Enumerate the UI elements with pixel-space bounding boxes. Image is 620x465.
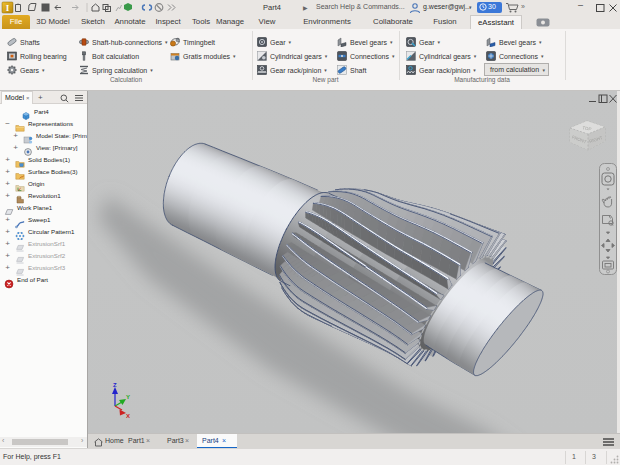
- svg-text:Y: Y: [126, 394, 130, 400]
- svg-text:X: X: [126, 413, 130, 419]
- svg-text:Z: Z: [113, 382, 117, 388]
- svg-text:I: I: [6, 3, 10, 13]
